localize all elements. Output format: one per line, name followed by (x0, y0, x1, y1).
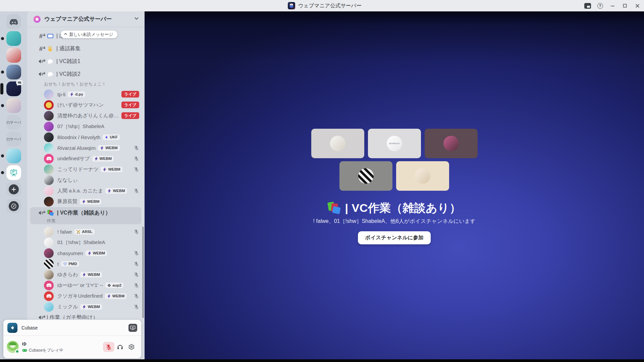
username: けいず@サツマハン (57, 102, 104, 108)
voice-user-row[interactable]: 01［!shw］ShabeleA (27, 237, 145, 248)
participant-tile[interactable] (425, 129, 478, 158)
unread-banner-label: 新しい未読メッセージ (69, 32, 113, 38)
minimize-button[interactable] (609, 2, 616, 9)
server-header[interactable]: ウェブマニア公式サーバー (27, 11, 145, 27)
titlebar-server-icon (288, 2, 295, 9)
voice-user-row[interactable]: ! falwe ARSL (27, 226, 145, 237)
voice-user-row[interactable]: クソガキUnderfined WEBM (27, 291, 145, 301)
voice-user-row[interactable]: Rivarzal Aluwqim WEBM (27, 142, 145, 153)
username: chasyumen (57, 250, 83, 256)
voice-user-row[interactable]: Bloodnix / Revolyth UKF (27, 132, 145, 142)
chevron-up-icon (64, 32, 67, 37)
deafen-button[interactable] (114, 342, 126, 352)
pip-window-icon[interactable] (584, 2, 591, 9)
online-status-dot (15, 349, 19, 354)
mic-muted-icon (133, 188, 139, 194)
window-title: ウェブマニア公式サーバー (298, 2, 362, 9)
close-button[interactable] (634, 2, 641, 9)
stream-share-button[interactable] (128, 324, 137, 332)
username: Rivarzal Aluwqim (57, 145, 96, 151)
participant-tile[interactable] (396, 161, 449, 191)
mic-muted-icon (133, 250, 139, 256)
user-area-card: Cubase ゆ Cubaseをプレイ中 (3, 320, 141, 358)
participant-tile[interactable]: SHABELEA (368, 129, 421, 158)
maximize-button[interactable] (622, 2, 628, 9)
add-server-button[interactable] (6, 182, 21, 197)
server-webmania[interactable] (6, 81, 21, 96)
server-suit-portrait[interactable] (6, 65, 21, 79)
participant-tile[interactable] (339, 161, 392, 191)
channel-row-voice-channel-vc-zatsudan1[interactable]: | VC雑談1 (30, 56, 142, 67)
server-icon-art (6, 165, 21, 180)
voice-user-row[interactable]: ななしぃ (27, 175, 145, 185)
text-channel-icon: # (38, 45, 44, 52)
voice-user-row[interactable]: ゆきらわ WEBM (27, 269, 145, 280)
mic-muted-icon (133, 261, 139, 267)
server-miku-art[interactable] (6, 148, 21, 163)
server-anime-girl[interactable] (6, 98, 21, 113)
mic-muted-icon (133, 272, 139, 278)
server-icon-art (6, 148, 21, 163)
channel-row-text-channel-tsuuwa-boshuu[interactable]: #| 通話募集 (30, 43, 142, 54)
server-icon-art (6, 98, 21, 113)
unread-indicator-dot (1, 171, 4, 174)
voice-user-row[interactable]: こってりドーナツ WEBM (27, 164, 145, 175)
settings-gear-button[interactable] (126, 342, 137, 352)
text-channel-icon: # (38, 33, 44, 39)
voice-user-row[interactable]: 豚原長賢 WEBM (27, 196, 145, 207)
participant-tile[interactable] (311, 129, 364, 158)
server-photo-collage[interactable] (6, 48, 21, 63)
channel-label: | VC雑談1 (56, 58, 80, 65)
role-badge-aup2: aup2 (105, 283, 123, 288)
mic-muted-icon (133, 283, 139, 288)
voice-user-row[interactable]: tp-li d.pyライブ (27, 89, 145, 100)
channel-row-voice-channel-sagyou-gachi[interactable]: | 作業（ガチ勢向け） (30, 312, 142, 319)
voice-user-row[interactable]: 清楚枠のあざりんくん@な… ライブ (27, 110, 145, 121)
new-unread-banner[interactable]: 新しい未読メッセージ (61, 31, 117, 38)
voice-user-row[interactable]: chasyumen WEBM (27, 248, 145, 258)
voice-user-row[interactable]: t PMD (27, 258, 145, 269)
join-voice-button[interactable]: ボイスチャンネルに参加 (358, 231, 431, 244)
avatar (44, 154, 54, 164)
server-initials: のサーバ (6, 132, 21, 146)
explore-servers-button[interactable] (6, 199, 21, 214)
avatar (44, 132, 54, 142)
server-text-2[interactable]: のサーバ (6, 132, 21, 146)
channel-sidebar: ウェブマニア公式サーバー #| は#| 通話募集| VC雑談1| VC雑談2おせ… (27, 11, 145, 359)
bolt-icon (82, 199, 86, 204)
voice-user-row[interactable]: 07［!shp］ShabeleA (27, 121, 145, 132)
username: 01［!shw］ShabeleA (57, 239, 105, 246)
my-avatar[interactable] (7, 341, 19, 353)
server-teal-character[interactable] (6, 31, 21, 46)
lock-icon (43, 32, 46, 38)
sidebar-scrollbar[interactable] (142, 227, 144, 318)
mic-mute-button[interactable] (103, 342, 114, 352)
voice-user-row[interactable]: 人間 a.k.a. カニたま WEBM (27, 185, 145, 196)
channel-list: #| は#| 通話募集| VC雑談1| VC雑談2おせち！おせち！おせちょこ！ … (27, 27, 145, 359)
selected-server-pill (0, 83, 3, 95)
voice-user-row[interactable]: けいず@サツマハン ライブ (27, 100, 145, 110)
voice-user-row[interactable]: undefinedサブ WEBM (27, 153, 145, 164)
username: 人間 a.k.a. カニたま (57, 188, 103, 194)
unread-indicator-dot (1, 37, 4, 40)
role-badge-label: WEBM (100, 157, 112, 161)
voice-user-row[interactable]: ミックル WEBM (27, 301, 145, 312)
avatar (44, 259, 54, 269)
server-text-1[interactable]: のサーバ (6, 115, 21, 130)
channel-row-voice-channel-vc-sagyou-zatsudan[interactable]: | VC作業（雑談あり） (30, 207, 141, 218)
voice-user-row[interactable]: ゆーゆー' or '1'='1' -- aup2 (27, 280, 145, 291)
flame-icon (105, 135, 108, 139)
live-badge: ライブ (121, 102, 139, 108)
discord-home-button[interactable] (6, 14, 21, 29)
role-badge-WEBM: WEBM (105, 293, 126, 299)
server-easel-art[interactable] (6, 165, 21, 180)
books-emoji (47, 206, 55, 219)
titlebar-server: ウェブマニア公式サーバー (288, 0, 362, 11)
live-badge: ライブ (121, 112, 139, 119)
channel-row-voice-channel-vc-zatsudan2[interactable]: | VC雑談2 (30, 69, 142, 79)
role-badge-d.py: d.py (68, 92, 85, 97)
role-badge-WEBM: WEBM (101, 167, 122, 172)
my-username: ゆ (22, 341, 26, 346)
role-badge-WEBM: WEBM (80, 199, 101, 204)
help-icon[interactable]: ? (597, 2, 603, 9)
